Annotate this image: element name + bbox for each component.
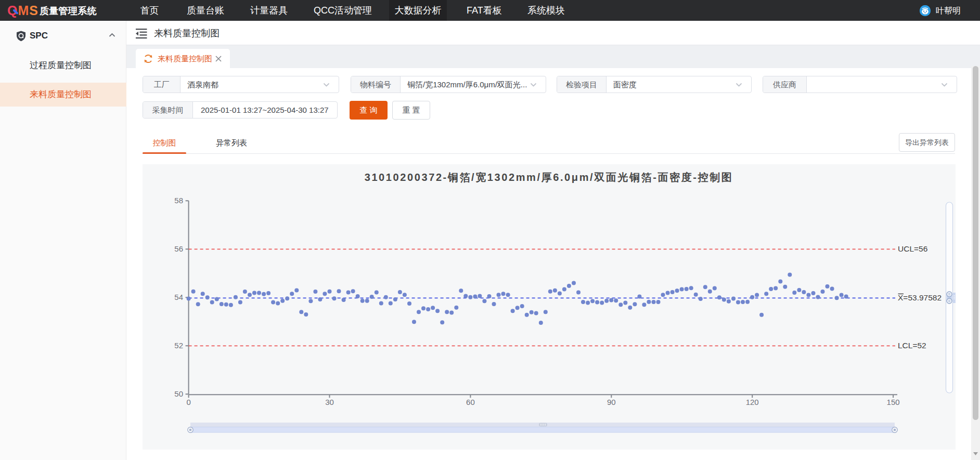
svg-text:50: 50	[174, 389, 183, 398]
svg-text:LCL=52: LCL=52	[898, 341, 926, 350]
svg-text:52: 52	[174, 341, 183, 350]
svg-text:54: 54	[174, 293, 183, 301]
svg-text:31010200372-铜箔/宽1302mm/厚6.0μm/: 31010200372-铜箔/宽1302mm/厚6.0μm/双面光铜箔-面密度-…	[365, 172, 733, 183]
svg-text:120: 120	[746, 398, 759, 406]
svg-text:90: 90	[607, 398, 616, 406]
svg-text:X=53.97582: X=53.97582	[898, 293, 942, 302]
svg-text:56: 56	[174, 244, 183, 253]
svg-text:150: 150	[887, 398, 900, 406]
svg-text:QMS: QMS	[7, 3, 38, 18]
svg-text:58: 58	[174, 196, 183, 205]
svg-text:30: 30	[325, 398, 334, 406]
svg-text:0: 0	[186, 398, 190, 406]
svg-text:UCL=56: UCL=56	[898, 244, 927, 253]
svg-text:60: 60	[466, 398, 475, 406]
